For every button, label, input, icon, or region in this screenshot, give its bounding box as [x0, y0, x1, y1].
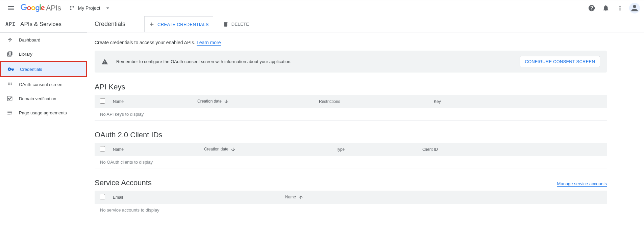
sidebar: API APIs & Services Dashboard Library Cr…: [0, 16, 87, 250]
sidebar-header: API APIs & Services: [0, 16, 87, 33]
sidebar-item-page-usage[interactable]: Page usage agreements: [0, 106, 87, 120]
svg-point-2: [70, 9, 72, 10]
warning-icon: [101, 58, 108, 65]
oauth-table: Name Creation date Type Client ID No OAu…: [95, 143, 607, 168]
section-title: Service Accounts: [95, 178, 152, 187]
page-header: Credentials CREATE CREDENTIALS DELETE: [87, 16, 644, 32]
api-keys-table: Name Creation date Restrictions Key No A…: [95, 95, 607, 120]
select-all-checkbox[interactable]: [100, 98, 105, 104]
api-badge: API: [5, 21, 16, 27]
arrow-down-icon: [224, 99, 229, 104]
select-all-checkbox[interactable]: [100, 194, 105, 199]
col-name[interactable]: Name: [282, 191, 607, 204]
project-name: My Project: [78, 5, 100, 11]
learn-more-link[interactable]: Learn more: [197, 40, 221, 46]
help-button[interactable]: [585, 1, 599, 15]
main-content: Credentials CREATE CREDENTIALS DELETE Cr…: [87, 16, 644, 250]
delete-label: DELETE: [231, 22, 249, 27]
col-email[interactable]: Email: [110, 191, 282, 204]
sidebar-item-label: OAuth consent screen: [19, 82, 63, 87]
oauth-section: OAuth 2.0 Client IDs Name Creation date …: [95, 131, 607, 168]
sidebar-item-dashboard[interactable]: Dashboard: [0, 33, 87, 47]
configure-consent-button[interactable]: CONFIGURE CONSENT SCREEN: [520, 56, 600, 67]
service-accounts-table: Email Name No service accounts to displa…: [95, 191, 607, 216]
person-icon: [630, 3, 639, 13]
settings-list-icon: [7, 110, 13, 116]
trash-icon: [223, 21, 229, 27]
svg-point-7: [9, 41, 10, 41]
select-all-checkbox[interactable]: [100, 146, 105, 151]
svg-point-6: [9, 38, 10, 38]
bell-icon: [602, 4, 610, 12]
sidebar-item-domain-verification[interactable]: Domain verification: [0, 91, 87, 106]
svg-point-0: [70, 6, 72, 8]
service-accounts-section: Service Accounts Manage service accounts…: [95, 178, 607, 216]
plus-icon: [149, 21, 155, 27]
dashboard-icon: [7, 37, 13, 43]
delete-button[interactable]: DELETE: [223, 21, 249, 27]
arrow-down-icon: [230, 147, 236, 152]
svg-point-3: [9, 39, 10, 40]
caret-down-icon: [104, 5, 111, 11]
logo[interactable]: APIs: [20, 4, 61, 12]
key-icon: [7, 66, 14, 73]
google-logo-icon: [20, 4, 45, 12]
sidebar-title: APIs & Services: [20, 21, 61, 28]
col-name[interactable]: Name: [110, 143, 201, 156]
sidebar-item-oauth-consent[interactable]: OAuth consent screen: [0, 77, 87, 91]
consent-icon: [7, 81, 13, 87]
section-title: API Keys: [95, 83, 607, 91]
consent-alert: Remember to configure the OAuth consent …: [95, 51, 607, 73]
page-title: Credentials: [95, 21, 125, 28]
top-bar: APIs My Project: [0, 0, 644, 16]
sidebar-item-credentials[interactable]: Credentials: [1, 62, 86, 76]
col-name[interactable]: Name: [110, 95, 195, 108]
col-creation[interactable]: Creation date: [195, 95, 316, 108]
empty-row: No API keys to display: [95, 108, 607, 120]
avatar[interactable]: [629, 3, 640, 13]
library-icon: [7, 51, 13, 57]
empty-row: No OAuth clients to display: [95, 156, 607, 168]
col-restrictions[interactable]: Restrictions: [316, 95, 431, 108]
help-icon: [588, 4, 595, 12]
menu-icon: [7, 4, 15, 12]
col-client-id[interactable]: Client ID: [420, 143, 607, 156]
project-dots-icon: [69, 5, 75, 11]
sidebar-item-label: Credentials: [20, 67, 42, 72]
api-keys-section: API Keys Name Creation date Restrictions…: [95, 83, 607, 120]
alert-text: Remember to configure the OAuth consent …: [116, 59, 520, 64]
logo-suffix: APIs: [46, 4, 61, 12]
svg-point-5: [11, 39, 11, 40]
more-vert-icon: [616, 4, 624, 12]
svg-point-1: [73, 6, 74, 8]
more-button[interactable]: [613, 1, 627, 15]
col-type[interactable]: Type: [333, 143, 420, 156]
hamburger-menu[interactable]: [4, 1, 18, 15]
verified-icon: [7, 95, 13, 102]
empty-row: No service accounts to display: [95, 204, 607, 216]
sidebar-item-library[interactable]: Library: [0, 47, 87, 61]
intro-text: Create credentials to access your enable…: [95, 40, 607, 45]
notifications-button[interactable]: [599, 1, 613, 15]
sidebar-item-label: Library: [19, 52, 32, 57]
svg-point-4: [8, 39, 8, 40]
create-credentials-button[interactable]: CREATE CREDENTIALS: [144, 16, 213, 32]
sidebar-item-label: Dashboard: [19, 37, 41, 43]
project-picker[interactable]: My Project: [66, 3, 114, 13]
col-creation[interactable]: Creation date: [201, 143, 333, 156]
create-label: CREATE CREDENTIALS: [157, 22, 209, 27]
section-title: OAuth 2.0 Client IDs: [95, 131, 607, 139]
arrow-up-icon: [298, 195, 303, 200]
manage-service-accounts-link[interactable]: Manage service accounts: [557, 181, 607, 187]
col-key[interactable]: Key: [431, 95, 607, 108]
sidebar-item-label: Page usage agreements: [19, 110, 67, 115]
sidebar-item-label: Domain verification: [19, 96, 56, 101]
